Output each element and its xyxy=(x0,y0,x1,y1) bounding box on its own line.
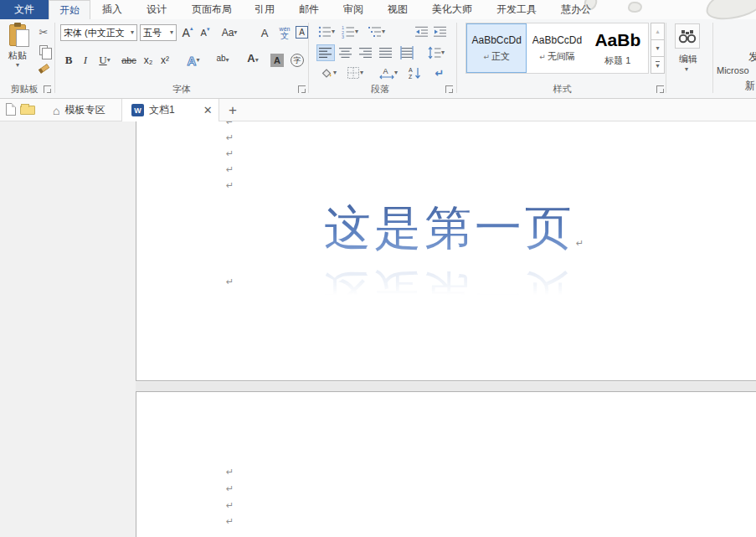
editing-button[interactable] xyxy=(675,23,700,49)
tab-insert[interactable]: 插入 xyxy=(92,0,132,19)
asian-layout-button[interactable]: A ▾ xyxy=(375,65,402,81)
distribute-button[interactable] xyxy=(397,44,417,61)
word-window: 文件 开始 插入 设计 页面布局 引用 邮件 审阅 视图 美化大师 开发工具 慧… xyxy=(0,0,756,537)
tab-document1[interactable]: W 文档1 ✕ xyxy=(121,99,219,121)
page-gap xyxy=(136,382,756,391)
tab-design[interactable]: 设计 xyxy=(136,0,177,19)
scissors-icon: ✂ xyxy=(39,26,49,39)
styles-scroll-up-button[interactable]: ▴ xyxy=(651,23,665,40)
format-painter-button[interactable] xyxy=(35,61,52,76)
font-size-combo[interactable]: 五号 ▾ xyxy=(140,24,177,41)
shrink-font-button[interactable]: A▾ xyxy=(198,24,213,41)
copy-icon xyxy=(39,45,48,55)
line-spacing-button[interactable]: ▾ xyxy=(424,44,449,61)
align-right-icon xyxy=(359,46,373,59)
tab-view[interactable]: 视图 xyxy=(378,0,418,19)
paragraph-dialog-launcher-icon[interactable] xyxy=(445,85,453,93)
paragraph-mark: ↵ xyxy=(226,133,234,143)
underline-dropdown-arrow: ▾ xyxy=(107,57,111,64)
styles-more-button[interactable]: ▾ xyxy=(651,57,665,74)
font-group-label: 字体 xyxy=(57,83,306,96)
align-left-button[interactable] xyxy=(316,44,335,61)
font-name-dropdown-arrow: ▾ xyxy=(128,29,134,36)
page-2[interactable] xyxy=(136,391,756,537)
new-document-icon[interactable] xyxy=(6,103,16,116)
tab-review[interactable]: 审阅 xyxy=(333,0,373,19)
binoculars-icon xyxy=(678,29,697,44)
font-name-combo[interactable]: 宋体 (中文正文 ▾ xyxy=(60,24,137,41)
copy-button[interactable] xyxy=(35,43,52,58)
svg-text:A: A xyxy=(409,67,413,73)
bullets-button[interactable]: ▾ xyxy=(316,23,337,40)
styles-dialog-launcher-icon[interactable] xyxy=(656,85,664,93)
paragraph-mark: ↵ xyxy=(226,501,234,511)
show-hide-marks-button[interactable]: ↵ xyxy=(430,65,449,81)
align-center-button[interactable] xyxy=(337,44,355,61)
borders-button[interactable]: ▾ xyxy=(343,65,367,81)
tab-template-zone[interactable]: ⌂ 模板专区 xyxy=(48,99,121,121)
home-icon: ⌂ xyxy=(53,104,59,117)
bold-button[interactable]: B xyxy=(62,52,75,69)
underline-button[interactable]: U▾ xyxy=(94,52,116,69)
italic-button[interactable]: I xyxy=(80,52,91,69)
highlight-button[interactable]: ab ▾ xyxy=(209,51,236,70)
strikethrough-button[interactable]: abc xyxy=(119,52,139,69)
grow-font-button[interactable]: A▴ xyxy=(180,24,195,41)
phonetic-guide-button[interactable]: wén文 xyxy=(276,23,293,43)
style-card-normal[interactable]: AaBbCcDd ↵正文 xyxy=(466,23,527,73)
character-border-icon: A xyxy=(296,26,308,39)
text-effects-button[interactable]: A▾ xyxy=(181,51,206,70)
style-card-no-spacing[interactable]: AaBbCcDd ↵无间隔 xyxy=(527,23,587,73)
shading-dropdown-arrow: ▾ xyxy=(333,70,337,76)
shading-button[interactable]: ▾ xyxy=(316,65,340,81)
tab-developer[interactable]: 开发工具 xyxy=(486,0,547,19)
tab-huibangong[interactable]: 慧办公 xyxy=(551,0,601,19)
font-color-button[interactable]: A ▾ xyxy=(239,51,266,70)
change-case-dropdown-arrow: ▾ xyxy=(234,29,237,36)
document-title-text: 这是第一页 xyxy=(311,197,588,261)
cut-button[interactable]: ✂ xyxy=(35,24,52,39)
document-area[interactable]: ↵ ↵ ↵ ↵ ↵ 这是第一页 这是第一页 ↵ ↵ ↵ ↵ ↵ ↵ xyxy=(0,121,756,537)
tab-page-layout[interactable]: 页面布局 xyxy=(182,0,242,19)
clear-formatting-button[interactable]: A xyxy=(255,24,274,41)
character-shading-button[interactable]: A xyxy=(270,53,285,68)
new-tab-button[interactable]: + xyxy=(223,100,243,121)
close-tab-icon[interactable]: ✕ xyxy=(203,104,213,116)
paint-bucket-icon xyxy=(320,66,333,80)
align-right-button[interactable] xyxy=(357,44,375,61)
font-size-value: 五号 xyxy=(143,27,162,39)
change-case-button[interactable]: Aa▾ xyxy=(218,24,241,41)
sort-icon: AZ xyxy=(408,66,421,80)
overflow-button-text-1: 发 xyxy=(748,49,756,65)
clipboard-dialog-launcher-icon[interactable] xyxy=(44,85,51,93)
enclose-characters-button[interactable]: 字 xyxy=(290,53,305,68)
paste-button[interactable]: 粘贴 ▾ xyxy=(3,23,32,80)
tab-beautify-master[interactable]: 美化大师 xyxy=(422,0,482,19)
phonetic-icon: wén文 xyxy=(280,26,291,40)
tab-home[interactable]: 开始 xyxy=(49,0,90,19)
font-dialog-launcher-icon[interactable] xyxy=(298,85,306,93)
styles-scroll-down-button[interactable]: ▾ xyxy=(651,40,665,57)
borders-dropdown-arrow: ▾ xyxy=(360,70,363,76)
bullets-icon xyxy=(318,25,332,39)
character-border-button[interactable]: A xyxy=(295,25,309,39)
open-folder-icon[interactable] xyxy=(20,106,35,115)
ribbon-tab-bar: 文件 开始 插入 设计 页面布局 引用 邮件 审阅 视图 美化大师 开发工具 慧… xyxy=(0,0,756,19)
tab-file[interactable]: 文件 xyxy=(0,0,49,19)
paragraph-mark: ↵ xyxy=(226,484,234,494)
tab-references[interactable]: 引用 xyxy=(244,0,285,19)
justify-button[interactable] xyxy=(377,44,395,61)
multilevel-dropdown-arrow: ▾ xyxy=(382,28,385,35)
paragraph-mark: ↵ xyxy=(226,181,234,191)
style-card-heading1[interactable]: AaBb 标题 1 xyxy=(588,23,648,73)
tab-mailings[interactable]: 邮件 xyxy=(289,0,329,19)
superscript-button[interactable]: x² xyxy=(157,52,172,69)
numbering-button[interactable]: 123 ▾ xyxy=(340,23,360,40)
multilevel-list-button[interactable]: ▾ xyxy=(365,23,388,40)
increase-indent-button[interactable] xyxy=(432,23,449,40)
subscript-button[interactable]: x₂ xyxy=(141,52,156,69)
bullets-dropdown-arrow: ▾ xyxy=(332,28,335,35)
sort-button[interactable]: AZ xyxy=(405,65,424,81)
decrease-indent-button[interactable] xyxy=(414,23,430,40)
justify-icon xyxy=(379,46,393,59)
